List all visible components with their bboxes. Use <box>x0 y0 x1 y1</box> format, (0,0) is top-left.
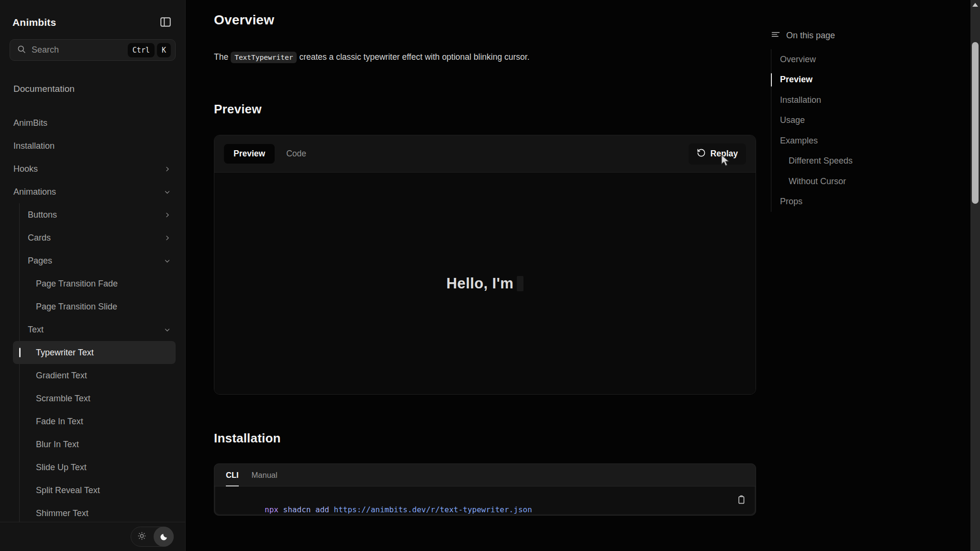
typewriter-cursor <box>517 276 523 291</box>
scrollbar-thumb[interactable] <box>972 42 979 204</box>
sidebar-top-group: AnimBits Installation Hooks Animations <box>8 111 176 203</box>
typewriter-demo-text: Hello, I'm <box>446 275 524 292</box>
search-shortcut: CtrlK <box>125 43 171 57</box>
toc-title: On this page <box>786 31 835 41</box>
sidebar-item[interactable]: Installation <box>8 134 176 157</box>
sidebar-item[interactable]: Page Transition Fade <box>20 272 176 295</box>
app-root: Animbits Search CtrlK Documentatio <box>0 0 980 551</box>
sun-icon <box>137 531 146 542</box>
sidebar-section-label: Documentation <box>8 84 176 94</box>
toc-item[interactable]: Props <box>771 192 914 212</box>
kbd-key: K <box>157 43 171 57</box>
preview-demo-area: Hello, I'm <box>214 173 756 395</box>
sidebar-item[interactable]: Text <box>20 318 176 341</box>
chevron-icon <box>164 234 171 242</box>
kbd-key: Ctrl <box>128 43 155 57</box>
toc-item[interactable]: Examples <box>771 131 914 151</box>
clipboard-icon <box>736 495 746 506</box>
sidebar-item[interactable]: Shimmer Text <box>20 502 176 522</box>
installation-tab[interactable]: Manual <box>252 464 278 486</box>
toc-item[interactable]: Different Speeds <box>771 151 914 172</box>
overview-paragraph: TheTextTypewritercreates a classic typew… <box>214 51 756 64</box>
chevron-icon <box>164 211 171 219</box>
page-scrollbar[interactable] <box>970 0 980 551</box>
installation-tab[interactable]: CLI <box>226 464 239 486</box>
sidebar-item[interactable]: Animations <box>8 180 176 203</box>
sidebar-item[interactable]: Slide Up Text <box>20 456 176 479</box>
toc-item[interactable]: Without Cursor <box>771 171 914 192</box>
search-icon <box>17 44 26 56</box>
preview-tabs: PreviewCode <box>224 144 689 164</box>
sidebar-item[interactable]: Fade In Text <box>20 410 176 433</box>
sidebar-item[interactable]: Scramble Text <box>20 387 176 410</box>
cli-command: npx shadcn add https://animbits.dev/r/te… <box>228 487 532 514</box>
sidebar-toggle-button[interactable] <box>157 14 174 31</box>
toc-item[interactable]: Installation <box>771 90 914 110</box>
installation-heading: Installation <box>214 431 756 446</box>
toc-item[interactable]: Preview <box>771 70 914 90</box>
search-placeholder: Search <box>32 45 120 55</box>
on-this-page: On this page OverviewPreviewInstallation… <box>771 30 914 212</box>
sidebar-nav: Documentation AnimBits Installation Hook… <box>0 61 185 522</box>
main-content: Overview TheTextTypewritercreates a clas… <box>214 0 756 551</box>
inline-code: TextTypewriter <box>231 52 297 63</box>
replay-button[interactable]: Replay <box>689 143 746 165</box>
list-lines-icon <box>771 30 780 42</box>
preview-heading: Preview <box>214 102 756 117</box>
replay-icon <box>697 148 706 160</box>
toc-list: OverviewPreviewInstallationUsageExamples… <box>771 49 914 212</box>
preview-card: PreviewCode Replay Hello, I'm <box>214 135 756 395</box>
toc-item[interactable]: Overview <box>771 49 914 70</box>
installation-card: CLIManual npx shadcn add https://animbit… <box>214 463 756 516</box>
sidebar-item[interactable]: Hooks <box>8 157 176 180</box>
sidebar-item[interactable]: Typewriter Text <box>13 341 176 364</box>
moon-icon <box>154 527 174 547</box>
chevron-icon <box>164 257 171 264</box>
chevron-icon <box>164 188 171 196</box>
toc-item[interactable]: Usage <box>771 110 914 131</box>
sidebar-header: Animbits <box>0 0 185 39</box>
preview-tab[interactable]: Code <box>285 144 307 164</box>
sidebar-item[interactable]: Buttons <box>20 203 176 226</box>
preview-card-header: PreviewCode Replay <box>214 135 756 173</box>
sidebar-footer <box>0 522 185 551</box>
installation-tabs: CLIManual <box>214 464 756 486</box>
sidebar: Animbits Search CtrlK Documentatio <box>0 0 186 551</box>
preview-tab[interactable]: Preview <box>224 144 275 164</box>
sidebar-item[interactable]: AnimBits <box>8 111 176 134</box>
sidebar-item[interactable]: Cards <box>20 226 176 249</box>
sidebar-item[interactable]: Split Reveal Text <box>20 479 176 502</box>
chevron-icon <box>164 165 171 173</box>
theme-toggle[interactable] <box>131 527 174 547</box>
panel-left-icon <box>159 16 172 30</box>
copy-button[interactable] <box>736 495 746 506</box>
brand-title: Animbits <box>12 17 56 28</box>
sidebar-item[interactable]: Blur In Text <box>20 433 176 456</box>
sidebar-animations-group: Buttons Cards Pages <box>19 203 176 522</box>
search-input[interactable]: Search CtrlK <box>10 39 176 61</box>
overview-heading: Overview <box>214 12 756 28</box>
sidebar-item[interactable]: Gradient Text <box>20 364 176 387</box>
scroll-up-arrow-icon[interactable] <box>972 3 978 7</box>
sidebar-item[interactable]: Page Transition Slide <box>20 295 176 318</box>
cli-command-block: npx shadcn add https://animbits.dev/r/te… <box>215 486 755 514</box>
chevron-icon <box>164 326 171 333</box>
toc-header: On this page <box>771 30 914 42</box>
sidebar-item[interactable]: Pages <box>20 249 176 272</box>
